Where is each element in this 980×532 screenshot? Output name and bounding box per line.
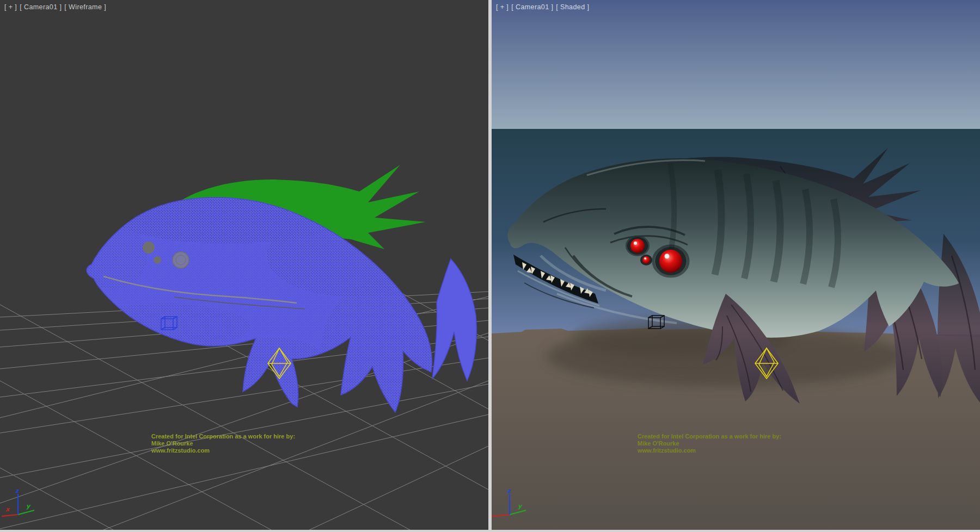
artist-watermark: Created for Intel Corporation as a work … (151, 433, 295, 454)
fish-eye-wire-sphere (173, 252, 189, 268)
axis-y-label: y (26, 503, 31, 510)
max-viewport-area: x y z [ + ] [ Camera01 ] [ Wireframe ] C… (0, 0, 980, 532)
fish-eye-small (642, 256, 650, 264)
viewport-shaded: y z [ + ] [ Camera01 ] [ Shaded ] Create… (492, 0, 980, 532)
fish-eye-wire-large (143, 242, 155, 253)
artist-watermark: Created for Intel Corporation as a work … (638, 433, 781, 454)
viewport-shading-menu[interactable]: [ Wireframe ] (64, 3, 106, 11)
fish-eye-large (659, 250, 682, 273)
axis-z-label: z (15, 487, 20, 494)
sky-background (492, 0, 980, 129)
watermark-line: www.fritzstudio.com (638, 447, 781, 454)
viewport-general-menu[interactable]: [ + ] (4, 3, 17, 11)
fish-eye-wire-small (154, 256, 161, 264)
viewport-pov-menu[interactable]: [ Camera01 ] (511, 3, 553, 11)
watermark-line: Mike O'Rourke (638, 440, 781, 447)
fish-tail-fin-wire[interactable] (432, 259, 476, 381)
fish-model-wireframe[interactable] (76, 165, 476, 424)
viewport-general-menu[interactable]: [ + ] (496, 3, 509, 11)
watermark-line: Created for Intel Corporation as a work … (638, 433, 781, 440)
viewport-wireframe: x y z [ + ] [ Camera01 ] [ Wireframe ] C… (0, 0, 488, 532)
wireframe-stipple-texture (76, 191, 463, 424)
axis-x-label: x (5, 506, 10, 513)
watermark-line: Mike O'Rourke (151, 440, 295, 447)
viewport-pov-menu[interactable]: [ Camera01 ] (20, 3, 62, 11)
fish-eye-medium (630, 239, 645, 253)
viewport-splitter-vertical[interactable] (488, 0, 492, 532)
viewport-label-right: [ + ] [ Camera01 ] [ Shaded ] (496, 3, 589, 11)
watermark-line: Created for Intel Corporation as a work … (151, 433, 295, 440)
viewport-label-left: [ + ] [ Camera01 ] [ Wireframe ] (4, 3, 106, 11)
watermark-line: www.fritzstudio.com (151, 447, 295, 454)
viewport-splitter-horizontal[interactable] (0, 530, 980, 532)
world-axis-tripod: x y z (2, 487, 34, 516)
viewport-shading-menu[interactable]: [ Shaded ] (556, 3, 589, 11)
